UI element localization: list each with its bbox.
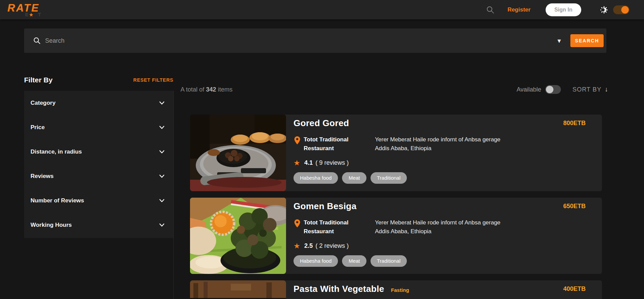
search-bar: ▾ SEARCH: [24, 28, 606, 53]
tag-chip[interactable]: Traditional: [371, 172, 407, 184]
location-pin-icon: [293, 136, 301, 145]
review-count: ( 9 reviews ): [316, 159, 349, 166]
rating-value: 4.1: [304, 159, 313, 166]
available-label: Available: [516, 86, 541, 93]
food-title-row: Pasta With Vegetable Fasting 400ETB: [293, 284, 586, 294]
food-card-body: Pasta With Vegetable Fasting 400ETB: [286, 280, 602, 299]
location-pin-icon: [293, 219, 301, 228]
food-price: 800ETB: [563, 120, 586, 127]
restaurant-address: Yerer Meberat Haile rode infornt of Anbs…: [375, 135, 500, 153]
restaurant-address: Yerer Meberat Haile rode infornt of Anbs…: [375, 218, 500, 236]
theme-toggle[interactable]: [613, 5, 629, 14]
chevron-down-icon: [159, 125, 165, 129]
restaurant-info-row: Totot Traditional Restaurant Yerer Meber…: [293, 218, 586, 236]
search-button[interactable]: SEARCH: [570, 34, 604, 47]
food-title: Gored Gored: [293, 118, 349, 128]
rate-eat-logo[interactable]: RATE E★T: [7, 3, 42, 17]
address-line-2: Addis Ababa, Ethiopia: [375, 144, 500, 153]
brightness-theme-icon[interactable]: [600, 5, 608, 14]
chevron-down-icon: [159, 174, 165, 178]
food-card-body: Gomen Besiga 650ETB Totot Traditional Re…: [286, 198, 602, 274]
restaurant-info-row: Totot Traditional Restaurant Yerer Meber…: [293, 135, 586, 153]
address-line-1: Yerer Meberat Haile rode infornt of Anbs…: [375, 218, 500, 227]
food-card-pasta-with-vegetable[interactable]: Pasta With Vegetable Fasting 400ETB: [190, 280, 602, 299]
food-card-gored-gored[interactable]: Gored Gored 800ETB Totot Traditional Res…: [190, 115, 602, 191]
rating-row: ★ 2.5 ( 2 reviews ): [293, 242, 586, 251]
logo-text-rate: RATE: [7, 3, 42, 13]
sidebar-divider: [173, 91, 174, 299]
filter-label: Reviews: [31, 173, 54, 180]
total-suffix: items: [218, 86, 232, 93]
food-card-gomen-besiga[interactable]: Gomen Besiga 650ETB Totot Traditional Re…: [190, 198, 602, 274]
chevron-down-icon: [159, 101, 165, 105]
star-icon: ★: [293, 242, 300, 251]
filter-label: Category: [31, 100, 56, 106]
food-card-body: Gored Gored 800ETB Totot Traditional Res…: [286, 115, 602, 191]
fasting-badge: Fasting: [391, 287, 409, 293]
navbar-actions: Register Sign In: [486, 3, 629, 16]
filter-item-working-hours[interactable]: Working Hours: [24, 213, 173, 237]
total-prefix: A total of: [181, 86, 204, 93]
chevron-down-icon: [159, 223, 165, 227]
logo-letter-e: E: [25, 12, 29, 17]
logo-letter-t: T: [38, 12, 42, 17]
logo-star-icon: ★: [29, 12, 34, 17]
food-photo-gored-gored: [190, 115, 286, 191]
filter-label: Working Hours: [31, 222, 72, 228]
available-toggle[interactable]: [545, 85, 561, 94]
tag-list: Habesha food Meat Traditional: [293, 172, 586, 184]
filter-item-number-of-reviews[interactable]: Number of Reviews: [24, 188, 173, 213]
restaurant-name: Totot Traditional Restaurant: [304, 135, 367, 153]
food-price: 650ETB: [563, 203, 586, 210]
sort-direction-arrow-icon[interactable]: ↓: [605, 86, 608, 93]
address-line-2: Addis Ababa, Ethiopia: [375, 227, 500, 236]
tag-chip[interactable]: Meat: [342, 255, 366, 267]
star-icon: ★: [293, 159, 300, 167]
search-input[interactable]: [45, 37, 557, 44]
sign-in-button[interactable]: Sign In: [546, 3, 581, 16]
top-navbar: RATE E★T Register Sign In: [0, 0, 644, 19]
rating-value: 2.5: [304, 242, 313, 250]
search-icon[interactable]: [486, 5, 495, 14]
filter-label: Number of Reviews: [31, 197, 84, 204]
tag-chip[interactable]: Traditional: [371, 255, 407, 267]
sort-by-button[interactable]: SORT BY: [572, 86, 601, 93]
food-photo-pasta: [190, 280, 286, 299]
results-header-controls: Available SORT BY ↓: [516, 85, 608, 94]
tag-chip[interactable]: Habesha food: [293, 255, 338, 267]
food-photo-gomen-besiga: [190, 198, 286, 274]
food-title-row: Gomen Besiga 650ETB: [293, 201, 586, 212]
available-toggle-knob: [546, 86, 553, 93]
filter-item-price[interactable]: Price: [24, 115, 173, 140]
logo-text-eat: E★T: [25, 12, 42, 17]
food-title: Gomen Besiga: [293, 201, 357, 212]
filter-label: Distance, in radius: [31, 148, 82, 155]
total-count: 342: [206, 86, 216, 93]
food-title: Pasta With Vegetable: [293, 284, 384, 294]
tag-chip[interactable]: Meat: [342, 172, 366, 184]
register-link[interactable]: Register: [508, 6, 531, 13]
search-input-icon: [33, 37, 41, 45]
filter-panel: Category Price Distance, in radius Revie…: [24, 91, 173, 238]
filter-by-title: Filter By: [24, 76, 53, 84]
filter-item-category[interactable]: Category: [24, 91, 173, 115]
chevron-down-icon: [159, 150, 165, 154]
restaurant-name: Totot Traditional Restaurant: [304, 218, 367, 236]
results-header: A total of 342 items Available SORT BY ↓: [181, 84, 608, 95]
filter-item-distance[interactable]: Distance, in radius: [24, 140, 173, 164]
food-price: 400ETB: [563, 285, 586, 293]
rating-row: ★ 4.1 ( 9 reviews ): [293, 159, 586, 167]
chevron-down-icon: [159, 199, 165, 203]
review-count: ( 2 reviews ): [316, 242, 349, 250]
reset-filters-button[interactable]: RESET FILTERS: [133, 77, 173, 83]
theme-toggle-knob: [621, 6, 629, 14]
filter-item-reviews[interactable]: Reviews: [24, 164, 173, 188]
total-items-text: A total of 342 items: [181, 86, 232, 93]
tag-chip[interactable]: Habesha food: [293, 172, 338, 184]
address-line-1: Yerer Meberat Haile rode infornt of Anbs…: [375, 135, 500, 144]
filter-header: Filter By RESET FILTERS: [24, 76, 173, 84]
filter-label: Price: [31, 124, 45, 131]
food-title-row: Gored Gored 800ETB: [293, 118, 586, 128]
tag-list: Habesha food Meat Traditional: [293, 255, 586, 267]
search-category-caret-icon[interactable]: ▾: [557, 37, 561, 45]
